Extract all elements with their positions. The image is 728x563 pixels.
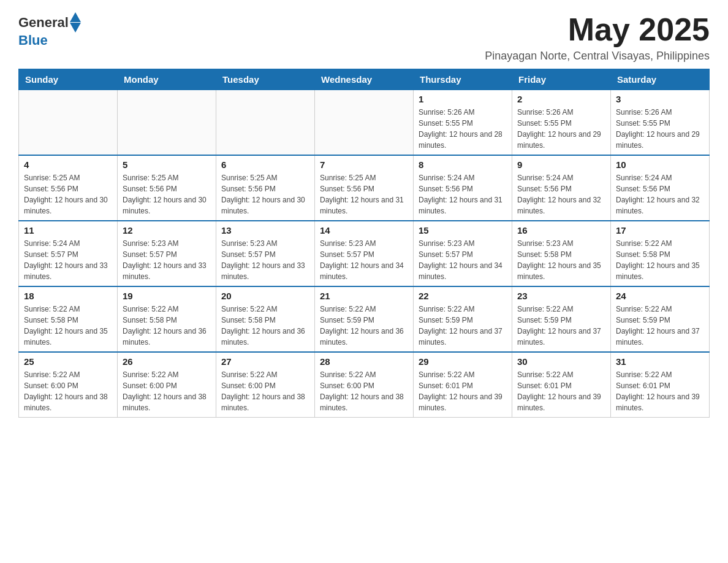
calendar-cell: 28Sunrise: 5:22 AM Sunset: 6:00 PM Dayli… <box>315 352 414 418</box>
day-info: Sunrise: 5:22 AM Sunset: 5:58 PM Dayligh… <box>24 304 112 348</box>
day-info: Sunrise: 5:22 AM Sunset: 6:00 PM Dayligh… <box>221 369 309 413</box>
calendar-cell: 25Sunrise: 5:22 AM Sunset: 6:00 PM Dayli… <box>19 352 118 418</box>
day-of-week-header: Saturday <box>611 69 710 90</box>
page-header: General Blue May 2025 Pinayagan Norte, C… <box>18 12 710 63</box>
logo-triangle-down <box>70 23 81 33</box>
day-info: Sunrise: 5:23 AM Sunset: 5:58 PM Dayligh… <box>517 238 605 282</box>
calendar-cell: 13Sunrise: 5:23 AM Sunset: 5:57 PM Dayli… <box>216 221 315 286</box>
day-number: 24 <box>616 291 704 301</box>
day-info: Sunrise: 5:22 AM Sunset: 5:58 PM Dayligh… <box>616 238 704 282</box>
logo-general: General <box>18 15 69 31</box>
day-info: Sunrise: 5:22 AM Sunset: 6:01 PM Dayligh… <box>419 369 507 413</box>
logo-blue: Blue <box>18 33 48 48</box>
day-info: Sunrise: 5:22 AM Sunset: 5:58 PM Dayligh… <box>221 304 309 348</box>
day-info: Sunrise: 5:22 AM Sunset: 5:58 PM Dayligh… <box>123 304 211 348</box>
day-number: 27 <box>221 356 309 367</box>
calendar-cell: 4Sunrise: 5:25 AM Sunset: 5:56 PM Daylig… <box>19 155 118 221</box>
day-info: Sunrise: 5:26 AM Sunset: 5:55 PM Dayligh… <box>517 107 605 151</box>
day-info: Sunrise: 5:23 AM Sunset: 5:57 PM Dayligh… <box>123 238 211 282</box>
day-number: 20 <box>221 291 309 301</box>
calendar-cell: 12Sunrise: 5:23 AM Sunset: 5:57 PM Dayli… <box>118 221 216 286</box>
day-of-week-header: Thursday <box>414 69 512 90</box>
calendar-cell: 20Sunrise: 5:22 AM Sunset: 5:58 PM Dayli… <box>216 286 315 352</box>
day-info: Sunrise: 5:22 AM Sunset: 5:59 PM Dayligh… <box>320 304 408 348</box>
location-subtitle: Pinayagan Norte, Central Visayas, Philip… <box>485 50 710 63</box>
calendar-cell: 3Sunrise: 5:26 AM Sunset: 5:55 PM Daylig… <box>611 90 710 156</box>
day-number: 26 <box>123 356 211 367</box>
calendar-cell: 21Sunrise: 5:22 AM Sunset: 5:59 PM Dayli… <box>315 286 414 352</box>
logo: General Blue <box>18 12 81 48</box>
day-info: Sunrise: 5:24 AM Sunset: 5:56 PM Dayligh… <box>517 172 605 216</box>
day-number: 25 <box>24 356 112 367</box>
day-number: 6 <box>221 159 309 170</box>
calendar-cell: 30Sunrise: 5:22 AM Sunset: 6:01 PM Dayli… <box>512 352 611 418</box>
day-info: Sunrise: 5:22 AM Sunset: 6:00 PM Dayligh… <box>123 369 211 413</box>
calendar-cell: 6Sunrise: 5:25 AM Sunset: 5:56 PM Daylig… <box>216 155 315 221</box>
day-number: 16 <box>517 225 605 236</box>
day-info: Sunrise: 5:22 AM Sunset: 6:01 PM Dayligh… <box>517 369 605 413</box>
day-number: 13 <box>221 225 309 236</box>
day-info: Sunrise: 5:25 AM Sunset: 5:56 PM Dayligh… <box>320 172 408 216</box>
day-number: 8 <box>419 159 507 170</box>
calendar-week-row: 1Sunrise: 5:26 AM Sunset: 5:55 PM Daylig… <box>19 90 710 156</box>
calendar-cell: 29Sunrise: 5:22 AM Sunset: 6:01 PM Dayli… <box>414 352 512 418</box>
day-of-week-header: Sunday <box>19 69 118 90</box>
day-number: 18 <box>24 291 112 301</box>
day-info: Sunrise: 5:26 AM Sunset: 5:55 PM Dayligh… <box>419 107 507 151</box>
calendar-cell: 23Sunrise: 5:22 AM Sunset: 5:59 PM Dayli… <box>512 286 611 352</box>
day-number: 30 <box>517 356 605 367</box>
day-number: 2 <box>517 94 605 104</box>
day-of-week-header: Friday <box>512 69 611 90</box>
calendar-cell: 26Sunrise: 5:22 AM Sunset: 6:00 PM Dayli… <box>118 352 216 418</box>
day-number: 11 <box>24 225 112 236</box>
calendar-cell: 11Sunrise: 5:24 AM Sunset: 5:57 PM Dayli… <box>19 221 118 286</box>
calendar-table: SundayMondayTuesdayWednesdayThursdayFrid… <box>18 69 710 418</box>
day-number: 31 <box>616 356 704 367</box>
day-number: 1 <box>419 94 507 104</box>
calendar-cell: 17Sunrise: 5:22 AM Sunset: 5:58 PM Dayli… <box>611 221 710 286</box>
day-number: 29 <box>419 356 507 367</box>
calendar-cell <box>315 90 414 156</box>
calendar-week-row: 25Sunrise: 5:22 AM Sunset: 6:00 PM Dayli… <box>19 352 710 418</box>
day-number: 17 <box>616 225 704 236</box>
day-info: Sunrise: 5:22 AM Sunset: 5:59 PM Dayligh… <box>616 304 704 348</box>
day-number: 21 <box>320 291 408 301</box>
calendar-cell: 16Sunrise: 5:23 AM Sunset: 5:58 PM Dayli… <box>512 221 611 286</box>
day-number: 9 <box>517 159 605 170</box>
day-number: 28 <box>320 356 408 367</box>
calendar-cell: 24Sunrise: 5:22 AM Sunset: 5:59 PM Dayli… <box>611 286 710 352</box>
day-info: Sunrise: 5:26 AM Sunset: 5:55 PM Dayligh… <box>616 107 704 151</box>
day-of-week-header: Monday <box>118 69 216 90</box>
day-info: Sunrise: 5:24 AM Sunset: 5:57 PM Dayligh… <box>24 238 112 282</box>
day-info: Sunrise: 5:22 AM Sunset: 5:59 PM Dayligh… <box>419 304 507 348</box>
day-number: 10 <box>616 159 704 170</box>
title-section: May 2025 Pinayagan Norte, Central Visaya… <box>485 12 710 63</box>
day-info: Sunrise: 5:23 AM Sunset: 5:57 PM Dayligh… <box>320 238 408 282</box>
day-number: 5 <box>123 159 211 170</box>
calendar-cell: 9Sunrise: 5:24 AM Sunset: 5:56 PM Daylig… <box>512 155 611 221</box>
day-info: Sunrise: 5:23 AM Sunset: 5:57 PM Dayligh… <box>419 238 507 282</box>
day-info: Sunrise: 5:22 AM Sunset: 5:59 PM Dayligh… <box>517 304 605 348</box>
day-number: 12 <box>123 225 211 236</box>
day-number: 14 <box>320 225 408 236</box>
day-info: Sunrise: 5:22 AM Sunset: 6:01 PM Dayligh… <box>616 369 704 413</box>
calendar-cell <box>118 90 216 156</box>
calendar-week-row: 18Sunrise: 5:22 AM Sunset: 5:58 PM Dayli… <box>19 286 710 352</box>
calendar-cell: 5Sunrise: 5:25 AM Sunset: 5:56 PM Daylig… <box>118 155 216 221</box>
calendar-week-row: 4Sunrise: 5:25 AM Sunset: 5:56 PM Daylig… <box>19 155 710 221</box>
day-number: 22 <box>419 291 507 301</box>
month-year-title: May 2025 <box>485 12 710 47</box>
logo-triangle-up <box>70 12 81 22</box>
day-info: Sunrise: 5:23 AM Sunset: 5:57 PM Dayligh… <box>221 238 309 282</box>
calendar-cell: 10Sunrise: 5:24 AM Sunset: 5:56 PM Dayli… <box>611 155 710 221</box>
day-of-week-header: Tuesday <box>216 69 315 90</box>
day-info: Sunrise: 5:24 AM Sunset: 5:56 PM Dayligh… <box>419 172 507 216</box>
calendar-cell: 8Sunrise: 5:24 AM Sunset: 5:56 PM Daylig… <box>414 155 512 221</box>
day-info: Sunrise: 5:24 AM Sunset: 5:56 PM Dayligh… <box>616 172 704 216</box>
day-number: 3 <box>616 94 704 104</box>
calendar-cell: 2Sunrise: 5:26 AM Sunset: 5:55 PM Daylig… <box>512 90 611 156</box>
day-number: 23 <box>517 291 605 301</box>
calendar-cell: 27Sunrise: 5:22 AM Sunset: 6:00 PM Dayli… <box>216 352 315 418</box>
calendar-cell: 31Sunrise: 5:22 AM Sunset: 6:01 PM Dayli… <box>611 352 710 418</box>
calendar-cell: 19Sunrise: 5:22 AM Sunset: 5:58 PM Dayli… <box>118 286 216 352</box>
